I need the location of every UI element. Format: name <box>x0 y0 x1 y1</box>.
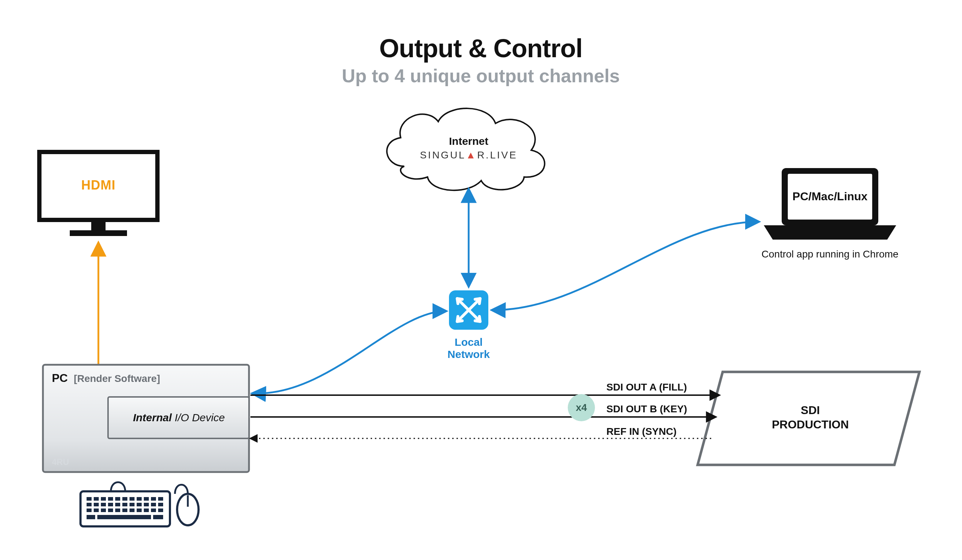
svg-rect-37 <box>151 509 156 512</box>
svg-rect-15 <box>151 497 156 500</box>
laptop-title: PC/Mac/Linux <box>793 190 868 203</box>
pc-title: PC [Render Software] <box>52 372 160 385</box>
svg-rect-26 <box>151 503 156 506</box>
network-label-1: Local <box>455 336 483 348</box>
svg-rect-32 <box>115 509 120 512</box>
svg-rect-13 <box>137 497 142 500</box>
sdi-production-label-2: PRODUCTION <box>772 418 849 431</box>
svg-rect-11 <box>123 497 128 500</box>
svg-rect-29 <box>94 509 99 512</box>
link-pc-network <box>253 311 446 393</box>
svg-rect-21 <box>115 503 120 506</box>
keyboard-mouse <box>81 483 199 527</box>
svg-rect-19 <box>101 503 106 506</box>
svg-rect-18 <box>94 503 99 506</box>
svg-rect-10 <box>115 497 120 500</box>
svg-rect-27 <box>158 503 163 506</box>
svg-rect-33 <box>123 509 128 512</box>
pc-footer: 4RU <box>52 457 69 467</box>
svg-rect-17 <box>87 503 92 506</box>
laptop-caption: Control app running in Chrome <box>762 249 899 260</box>
svg-rect-23 <box>129 503 134 506</box>
pc-render-box: PC [Render Software] Internal I/O Device… <box>43 365 249 472</box>
svg-rect-6 <box>87 497 92 500</box>
diagram-title: Output & Control <box>379 34 583 63</box>
local-network-node: Local Network <box>447 290 490 360</box>
svg-rect-28 <box>87 509 92 512</box>
hdmi-monitor: HDMI <box>39 152 157 236</box>
network-label-2: Network <box>447 348 490 360</box>
diagram-root: Output & Control Up to 4 unique output c… <box>0 0 962 560</box>
svg-rect-4 <box>70 230 127 236</box>
label-sdi-out-b: SDI OUT B (KEY) <box>606 403 687 414</box>
x4-badge: x4 <box>568 394 595 421</box>
svg-rect-40 <box>97 515 151 519</box>
svg-rect-30 <box>101 509 106 512</box>
svg-rect-22 <box>123 503 128 506</box>
sdi-production-label-1: SDI <box>801 404 820 417</box>
svg-rect-39 <box>87 515 95 519</box>
svg-text:x4: x4 <box>576 402 587 413</box>
svg-rect-20 <box>108 503 113 506</box>
svg-rect-9 <box>108 497 113 500</box>
svg-rect-31 <box>108 509 113 512</box>
svg-rect-25 <box>144 503 149 506</box>
control-laptop: PC/Mac/Linux Control app running in Chro… <box>762 168 899 260</box>
svg-rect-12 <box>129 497 134 500</box>
cloud-brand: SINGUL▲R.LIVE <box>420 150 518 161</box>
svg-rect-7 <box>94 497 99 500</box>
link-network-laptop <box>492 222 759 310</box>
svg-rect-24 <box>137 503 142 506</box>
svg-rect-8 <box>101 497 106 500</box>
cloud-internet: Internet SINGUL▲R.LIVE <box>387 108 544 190</box>
cloud-title: Internet <box>449 135 488 147</box>
svg-rect-38 <box>158 509 163 512</box>
sdi-production-box: SDI PRODUCTION <box>697 372 919 465</box>
svg-rect-16 <box>158 497 163 500</box>
label-sdi-out-a: SDI OUT A (FILL) <box>606 381 687 393</box>
label-ref-in: REF IN (SYNC) <box>606 426 676 437</box>
svg-rect-3 <box>91 222 105 232</box>
svg-rect-35 <box>137 509 142 512</box>
hdmi-label: HDMI <box>81 178 116 192</box>
svg-rect-36 <box>144 509 149 512</box>
io-device-label: Internal I/O Device <box>133 412 225 423</box>
svg-rect-14 <box>144 497 149 500</box>
diagram-subtitle: Up to 4 unique output channels <box>342 66 620 86</box>
svg-rect-41 <box>153 515 163 519</box>
svg-rect-34 <box>129 509 134 512</box>
